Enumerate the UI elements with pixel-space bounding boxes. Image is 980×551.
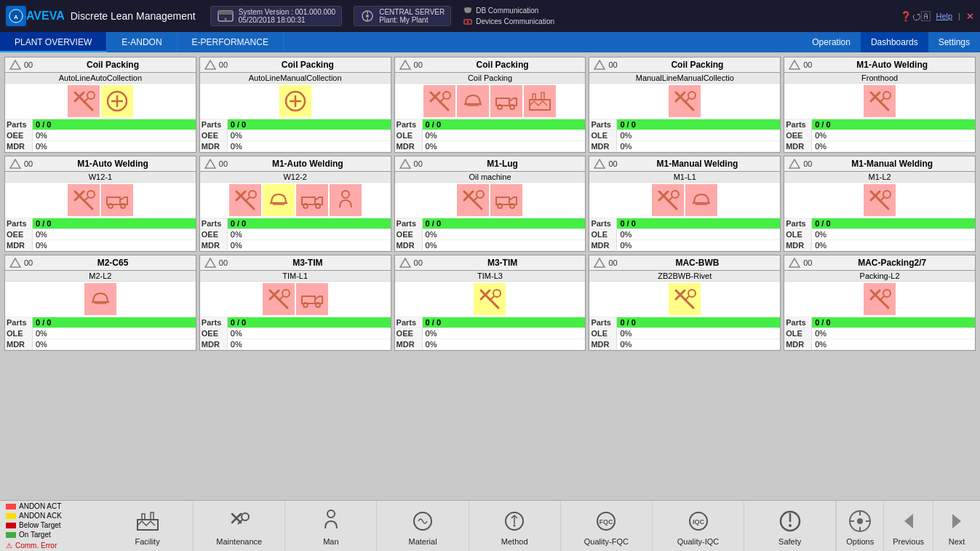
mdr-value-14: 0% xyxy=(812,339,975,349)
svg-line-75 xyxy=(473,200,482,209)
alarm-icon-12 xyxy=(398,257,413,269)
oee-value-7: 0% xyxy=(423,229,586,239)
icon-row-8 xyxy=(589,183,780,218)
alarm-icon-8 xyxy=(592,158,607,170)
next-icon xyxy=(942,507,971,536)
svg-marker-39 xyxy=(594,60,605,69)
oee-value-4: 0% xyxy=(812,130,975,140)
svg-marker-21 xyxy=(205,60,215,69)
icon-row-11 xyxy=(200,282,391,317)
mdr-row-1: MDR 0% xyxy=(200,141,391,152)
mdr-row-8: MDR 0% xyxy=(589,240,780,251)
bottom-nav-man[interactable]: Man xyxy=(285,501,377,551)
cell-title-14: MAC-Packing2/7 xyxy=(812,258,972,268)
bottom-nav-facility[interactable]: Facility xyxy=(102,501,194,551)
help-link[interactable]: Help xyxy=(936,12,953,20)
oee-value-12: 0% xyxy=(423,328,586,338)
icon-box-6-3 xyxy=(330,184,362,216)
cell-header-9: 00 M1-Manual Welding xyxy=(784,156,975,172)
tab-e-performance[interactable]: E-PERFORMANCE xyxy=(178,32,284,52)
cell-header-14: 00 MAC-Packing2/7 xyxy=(784,255,975,271)
bottom-nav-material[interactable]: Material xyxy=(377,501,469,551)
cells-grid: 00 Coil Packing AutoLineAutoCollection P… xyxy=(4,57,976,351)
safety-label: Safety xyxy=(778,537,801,546)
icon-box-2-2 xyxy=(490,85,522,117)
previous-icon xyxy=(894,507,923,536)
next-label: Next xyxy=(949,537,965,546)
oee-value-9: 0% xyxy=(812,229,975,239)
previous-button[interactable]: Previous xyxy=(883,501,933,551)
close-button[interactable]: ✕ xyxy=(966,11,974,22)
parts-row-9: Parts 0 / 0 xyxy=(784,218,975,229)
svg-line-63 xyxy=(245,200,254,209)
svg-point-105 xyxy=(303,303,308,307)
right-nav-group: Operation Dashboards Settings xyxy=(802,32,980,52)
tab-e-andon[interactable]: E-ANDON xyxy=(107,32,177,52)
cell-subtitle-2: Coil Packing xyxy=(395,73,586,84)
parts-value-8: 0 / 0 xyxy=(617,218,780,229)
tab-plant-overview[interactable]: PLANT OVERVIEW xyxy=(0,32,107,52)
cell-header-12: 00 M3-TIM xyxy=(395,255,586,271)
mdr-row-7: MDR 0% xyxy=(395,240,586,251)
parts-label-6: Parts xyxy=(200,218,228,229)
options-button[interactable]: Options xyxy=(836,501,883,551)
alarm-icon-1 xyxy=(203,59,218,71)
oee-value-6: 0% xyxy=(228,229,391,239)
parts-label-2: Parts xyxy=(395,119,423,130)
svg-marker-151 xyxy=(952,514,961,528)
oee-row-11: OEE 0% xyxy=(200,328,391,339)
svg-rect-126 xyxy=(142,514,145,520)
oee-value-1: 0% xyxy=(228,130,391,140)
svg-text:FQC: FQC xyxy=(599,518,613,526)
parts-row-7: Parts 0 / 0 xyxy=(395,218,586,229)
parts-row-14: Parts 0 / 0 xyxy=(784,317,975,328)
cell-subtitle-11: TIM-L1 xyxy=(200,271,391,282)
svg-point-35 xyxy=(510,105,514,109)
svg-point-69 xyxy=(303,204,308,208)
bottom-nav-method[interactable]: Method xyxy=(469,501,561,551)
cell-title-8: M1-Manual Welding xyxy=(618,159,778,169)
alarm-icon-9 xyxy=(787,158,802,170)
oee-row-7: OEE 0% xyxy=(395,229,586,240)
settings-tab[interactable]: Settings xyxy=(928,32,980,52)
svg-point-71 xyxy=(342,191,349,198)
mdr-label-2: MDR xyxy=(395,141,423,151)
operation-tab[interactable]: Operation xyxy=(802,32,861,52)
svg-point-59 xyxy=(121,204,125,208)
parts-value-14: 0 / 0 xyxy=(812,317,975,328)
cell-header-1: 00 Coil Packing xyxy=(200,58,391,73)
bottom-nav-maintenance[interactable]: Maintenance xyxy=(194,501,285,551)
icon-box-3-0 xyxy=(669,85,701,117)
mdr-label-1: MDR xyxy=(200,141,228,151)
svg-marker-89 xyxy=(789,159,800,168)
bottom-nav-quality-fqc[interactable]: FQC Quality-FQC xyxy=(561,501,653,551)
mdr-row-12: MDR 0% xyxy=(395,339,586,350)
cell-13: 00 MAC-BWB ZB2BWB-Rivet Parts 0 / 0 OLE … xyxy=(589,255,781,351)
icon-row-3 xyxy=(589,84,780,119)
legend-andon-act: ANDON ACT xyxy=(6,502,96,510)
svg-text:A: A xyxy=(14,14,18,20)
svg-line-116 xyxy=(685,299,693,308)
svg-rect-38 xyxy=(541,92,544,100)
cell-9: 00 M1-Manual Welding M1-L2 Parts 0 / 0 O… xyxy=(784,156,976,252)
svg-point-55 xyxy=(87,191,95,198)
icon-box-14-0 xyxy=(864,283,896,315)
icon-box-8-1 xyxy=(685,184,717,216)
dashboards-tab[interactable]: Dashboards xyxy=(861,32,928,52)
alarm-icon-11 xyxy=(203,257,218,269)
icon-row-12 xyxy=(395,282,586,317)
app-header: A AVEVA Discrete Lean Management System … xyxy=(0,0,980,32)
next-button[interactable]: Next xyxy=(933,501,980,551)
cell-3: 00 Coil Packing ManualLineManualCollecti… xyxy=(589,57,781,153)
cell-subtitle-12: TIM-L3 xyxy=(395,271,586,282)
bottom-nav-safety[interactable]: Safety xyxy=(744,501,836,551)
cell-2: 00 Coil Packing Coil Packing Parts 0 / 0… xyxy=(394,57,586,153)
mdr-row-14: MDR 0% xyxy=(784,339,975,350)
mdr-value-0: 0% xyxy=(33,141,196,151)
quality-iqc-icon: IQC xyxy=(684,507,713,536)
legend-andon-ack: ANDON ACK xyxy=(6,512,96,520)
bottom-nav-quality-iqc[interactable]: IQC Quality-IQC xyxy=(653,501,744,551)
alarm-icon-0 xyxy=(8,59,23,71)
parts-row-1: Parts 0 / 0 xyxy=(200,119,391,130)
icon-box-10-0 xyxy=(84,283,116,315)
